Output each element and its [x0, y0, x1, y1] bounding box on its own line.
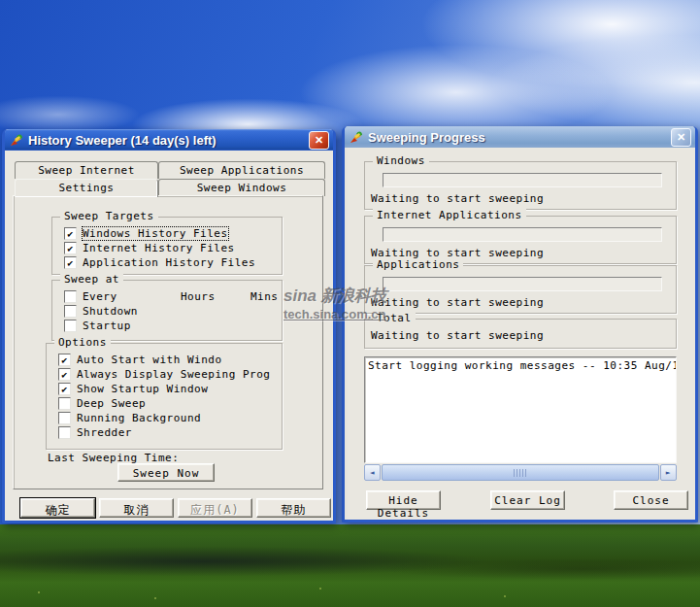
row-every: EveryHoursMins: [64, 289, 282, 304]
tab-settings[interactable]: Settings: [15, 179, 158, 197]
checkbox-shutdown[interactable]: [64, 305, 77, 318]
progress-bar-windows: [383, 173, 662, 187]
help-button[interactable]: 帮助: [256, 498, 331, 518]
clear-log-button[interactable]: Clear Log: [490, 490, 565, 510]
checkbox-running-background[interactable]: [58, 412, 71, 424]
group-options-legend: Options: [54, 336, 111, 349]
progress-bar-applications: [383, 277, 662, 291]
settings-titlebar[interactable]: History Sweeper (14 day(s) left) ✕: [5, 129, 333, 151]
section-legend-windows: Windows: [373, 154, 429, 167]
section-applications: ApplicationsWaiting to start sweeping: [364, 265, 677, 314]
row-auto-start-with-windo: ✔Auto Start with Windo: [58, 353, 282, 367]
row-always-display-sweeping-prog: ✔Always Display Sweeping Prog: [58, 367, 282, 382]
history-sweeper-icon: [9, 132, 24, 148]
row-running-background: Running Background: [58, 411, 282, 425]
settings-window-title: History Sweeper (14 day(s) left): [28, 133, 305, 148]
checkbox-label-running-background[interactable]: Running Background: [77, 412, 201, 424]
log-box[interactable]: Start logging working messages -- 10:35 …: [364, 356, 677, 463]
last-sweeping-time-label: Last Sweeping Time:: [48, 452, 179, 464]
checkbox-label-deep-sweep[interactable]: Deep Sweep: [77, 397, 146, 410]
status-text-applications: Waiting to start sweeping: [371, 296, 544, 309]
group-sweep-at-legend: Sweep at: [60, 273, 123, 286]
checkbox-label-application-history-files[interactable]: Application History Files: [83, 256, 255, 269]
section-total: TotalWaiting to start sweeping: [364, 319, 677, 349]
cancel-button[interactable]: 取消: [99, 498, 174, 518]
log-text: Start logging working messages -- 10:35 …: [368, 359, 677, 372]
row-internet-history-files: ✔Internet History Files: [64, 241, 282, 255]
checkbox-label-shredder[interactable]: Shredder: [77, 426, 132, 439]
close-icon[interactable]: ✕: [671, 128, 691, 147]
section-legend-applications: Applications: [373, 258, 463, 271]
section-internet-applications: Internet ApplicationsWaiting to start sw…: [364, 216, 677, 264]
checkbox-always-display-sweeping-prog[interactable]: ✔: [58, 368, 71, 381]
status-text-windows: Waiting to start sweeping: [371, 192, 544, 205]
tab-sweep-internet[interactable]: Sweep Internet: [15, 161, 158, 179]
scroll-right-icon[interactable]: ►: [660, 464, 677, 481]
tab-sweep-windows[interactable]: Sweep Windows: [158, 179, 325, 196]
scroll-left-icon[interactable]: ◄: [364, 464, 381, 481]
ok-button[interactable]: 确定: [20, 498, 95, 518]
progress-window-title: Sweeping Progress: [368, 130, 667, 145]
checkbox-every[interactable]: [64, 290, 77, 303]
close-icon[interactable]: ✕: [309, 131, 329, 150]
progress-bar-internet-applications: [383, 227, 662, 242]
wallpaper-grass: [0, 524, 700, 607]
checkbox-application-history-files[interactable]: ✔: [64, 256, 77, 269]
checkbox-label-auto-start-with-windo[interactable]: Auto Start with Windo: [77, 354, 222, 366]
log-horizontal-scrollbar: ◄ ►: [364, 464, 677, 481]
group-options: Options ✔Auto Start with Windo✔Always Di…: [46, 343, 283, 450]
settings-window: History Sweeper (14 day(s) left) ✕ Sweep…: [2, 129, 336, 523]
row-shredder: Shredder: [58, 425, 282, 440]
checkbox-label-every[interactable]: Every: [83, 290, 117, 303]
tab-sweep-applications[interactable]: Sweep Applications: [158, 161, 325, 179]
row-deep-sweep: Deep Sweep: [58, 396, 282, 411]
group-sweep-at: Sweep at EveryHoursMinsShutdownStartup: [51, 280, 283, 341]
progress-window: Sweeping Progress ✕ WindowsWaiting to st…: [342, 126, 698, 523]
checkbox-auto-start-with-windo[interactable]: ✔: [58, 354, 71, 366]
section-legend-internet-applications: Internet Applications: [373, 209, 526, 221]
progress-titlebar[interactable]: Sweeping Progress ✕: [345, 126, 695, 148]
row-startup: Startup: [64, 319, 282, 333]
status-text-total: Waiting to start sweeping: [371, 329, 544, 342]
checkbox-label-shutdown[interactable]: Shutdown: [83, 305, 138, 318]
checkbox-label-startup[interactable]: Startup: [83, 320, 131, 332]
row-application-history-files: ✔Application History Files: [64, 255, 282, 270]
row-show-startup-window: ✔Show Startup Window: [58, 382, 282, 396]
group-sweep-targets-legend: Sweep Targets: [60, 210, 158, 222]
apply-button[interactable]: 应用(A): [178, 498, 252, 518]
mins-label: Mins: [250, 290, 279, 303]
checkbox-deep-sweep[interactable]: [58, 397, 71, 410]
checkbox-shredder[interactable]: [58, 426, 71, 439]
checkbox-label-internet-history-files[interactable]: Internet History Files: [83, 242, 235, 254]
row-windows-history-files: ✔Windows History Files: [64, 226, 282, 241]
group-sweep-targets: Sweep Targets ✔Windows History Files✔Int…: [51, 217, 283, 275]
close-button[interactable]: Close: [614, 490, 688, 510]
checkbox-startup[interactable]: [64, 320, 77, 332]
section-windows: WindowsWaiting to start sweeping: [364, 161, 677, 210]
checkbox-label-show-startup-window[interactable]: Show Startup Window: [77, 383, 208, 395]
checkbox-show-startup-window[interactable]: ✔: [58, 383, 71, 395]
section-legend-total: Total: [373, 312, 416, 324]
checkbox-windows-history-files[interactable]: ✔: [64, 227, 77, 240]
scroll-thumb[interactable]: [382, 464, 659, 481]
history-sweeper-icon: [349, 129, 364, 145]
checkbox-label-always-display-sweeping-prog[interactable]: Always Display Sweeping Prog: [77, 368, 270, 381]
checkbox-label-windows-history-files[interactable]: Windows History Files: [83, 227, 228, 240]
checkbox-internet-history-files[interactable]: ✔: [64, 242, 77, 254]
hide-details-button[interactable]: Hide Details: [366, 490, 441, 510]
hours-label: Hours: [181, 290, 216, 303]
row-shutdown: Shutdown: [64, 304, 282, 319]
